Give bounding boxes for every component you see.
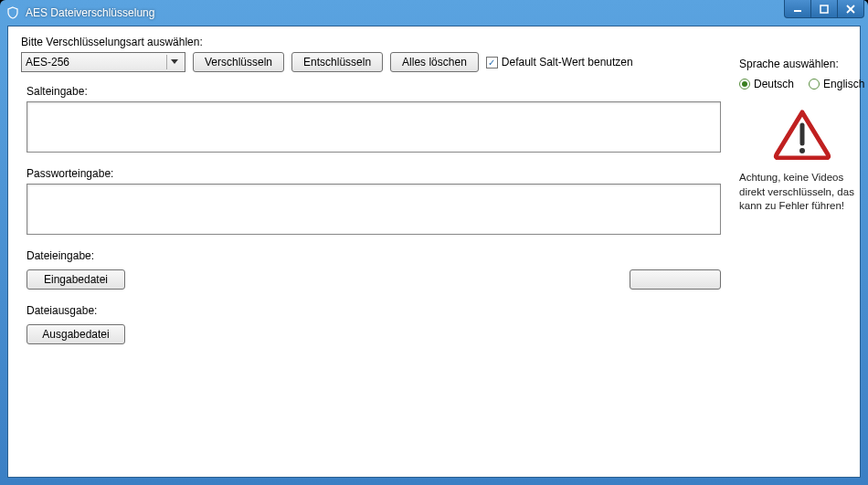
- radio-en[interactable]: [809, 79, 820, 90]
- default-salt-checkbox-wrap[interactable]: ✓ Default Salt-Wert benutzen: [486, 56, 633, 69]
- svg-point-5: [799, 148, 805, 153]
- shield-icon: [5, 5, 20, 20]
- output-file-button[interactable]: Ausgabedatei: [26, 324, 125, 344]
- warning-icon: [773, 109, 831, 160]
- encrypt-button[interactable]: Verschlüsseln: [193, 52, 284, 72]
- main-column: Bitte Verschlüsselungsart auswählen: AES…: [21, 36, 739, 468]
- file-out-label: Dateiausgabe:: [26, 304, 721, 317]
- client-area: Bitte Verschlüsselungsart auswählen: AES…: [7, 26, 861, 478]
- clear-all-button[interactable]: Alles löschen: [390, 52, 479, 72]
- salt-input[interactable]: [26, 101, 721, 153]
- salt-block: Salteingabe:: [21, 85, 721, 153]
- window-title: AES Dateiverschlüsselung: [26, 6, 863, 19]
- language-radio-group: Deutsch Englisch: [739, 78, 864, 90]
- input-file-button[interactable]: Eingabedatei: [26, 269, 125, 290]
- side-column: Sprache auswählen: Deutsch Englisch Acht…: [739, 36, 864, 468]
- file-out-block: Dateiausgabe: Ausgabedatei: [21, 304, 721, 344]
- app-window: AES Dateiverschlüsselung Bitte Verschlüs…: [0, 0, 868, 485]
- file-in-block: Dateieingabe: Eingabedatei: [21, 249, 721, 290]
- algo-select-value: AES-256: [26, 56, 69, 69]
- radio-de[interactable]: [739, 79, 750, 90]
- toolbar-row: AES-256 Verschlüsseln Entschlüsseln Alle…: [21, 52, 721, 72]
- lang-en-label: Englisch: [823, 78, 864, 90]
- language-label: Sprache auswählen:: [739, 58, 864, 70]
- warning-text: Achtung, keine Videos direkt verschlüsse…: [739, 171, 864, 214]
- password-input[interactable]: [26, 184, 721, 235]
- password-block: Passworteingabe:: [21, 167, 721, 235]
- algo-select-label: Bitte Verschlüsselungsart auswählen:: [21, 36, 721, 48]
- action-button[interactable]: [630, 269, 721, 290]
- default-salt-checkbox[interactable]: ✓: [486, 57, 498, 69]
- password-label: Passworteingabe:: [26, 167, 721, 180]
- salt-label: Salteingabe:: [26, 85, 721, 98]
- file-in-label: Dateieingabe:: [26, 249, 721, 262]
- svg-rect-1: [820, 5, 828, 13]
- lang-de-option[interactable]: Deutsch: [739, 78, 794, 90]
- lang-en-option[interactable]: Englisch: [809, 78, 864, 90]
- lang-de-label: Deutsch: [754, 78, 794, 90]
- chevron-down-icon: [166, 55, 181, 69]
- window-controls: [785, 0, 864, 18]
- minimize-button[interactable]: [784, 0, 811, 18]
- close-button[interactable]: [837, 0, 864, 18]
- decrypt-button[interactable]: Entschlüsseln: [291, 52, 383, 72]
- algo-select[interactable]: AES-256: [21, 52, 185, 72]
- titlebar[interactable]: AES Dateiverschlüsselung: [0, 0, 868, 26]
- maximize-button[interactable]: [810, 0, 838, 18]
- default-salt-label: Default Salt-Wert benutzen: [502, 56, 633, 69]
